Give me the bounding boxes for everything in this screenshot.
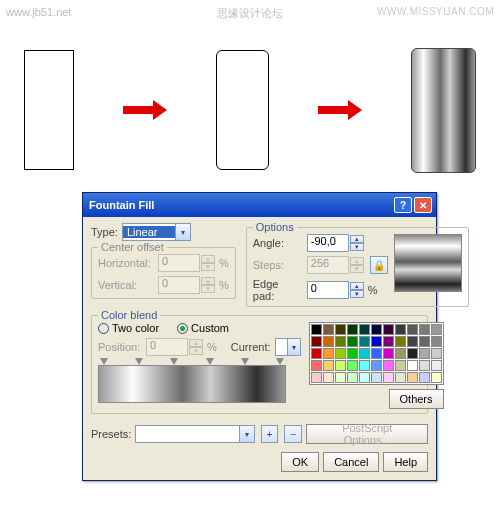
steps-label: Steps: <box>253 259 303 271</box>
gradient-stop-icon[interactable] <box>206 358 214 365</box>
palette-swatch[interactable] <box>323 348 334 359</box>
palette-swatch[interactable] <box>335 324 346 335</box>
gradient-stop-icon[interactable] <box>241 358 249 365</box>
palette-swatch[interactable] <box>347 360 358 371</box>
palette-swatch[interactable] <box>335 360 346 371</box>
gradient-stop-icon[interactable] <box>170 358 178 365</box>
palette-swatch[interactable] <box>431 336 442 347</box>
gradient-stop-icon[interactable] <box>100 358 108 365</box>
remove-preset-icon[interactable]: − <box>284 425 302 443</box>
help-titlebar-button[interactable]: ? <box>394 197 412 213</box>
palette-swatch[interactable] <box>371 360 382 371</box>
palette-swatch[interactable] <box>419 336 430 347</box>
titlebar[interactable]: Fountain Fill ? ✕ <box>83 193 436 217</box>
palette-swatch[interactable] <box>407 360 418 371</box>
add-preset-icon[interactable]: + <box>261 425 279 443</box>
palette-swatch[interactable] <box>335 348 346 359</box>
palette-swatch[interactable] <box>431 372 442 383</box>
palette-swatch[interactable] <box>323 336 334 347</box>
type-select[interactable]: Linear ▾ <box>122 223 191 241</box>
angle-input[interactable]: -90,0 <box>307 234 349 252</box>
palette-swatch[interactable] <box>323 324 334 335</box>
help-button[interactable]: Help <box>383 452 428 472</box>
palette-swatch[interactable] <box>371 348 382 359</box>
palette-swatch[interactable] <box>431 360 442 371</box>
ok-button[interactable]: OK <box>281 452 319 472</box>
rect-rounded <box>216 50 269 170</box>
palette-swatch[interactable] <box>419 324 430 335</box>
close-button[interactable]: ✕ <box>414 197 432 213</box>
gradient-editor[interactable] <box>98 358 301 403</box>
palette-swatch[interactable] <box>419 360 430 371</box>
palette-swatch[interactable] <box>383 348 394 359</box>
palette-swatch[interactable] <box>371 336 382 347</box>
palette-swatch[interactable] <box>431 348 442 359</box>
vertical-input: 0 <box>158 276 200 294</box>
gradient-bar[interactable] <box>98 365 286 403</box>
palette-swatch[interactable] <box>395 348 406 359</box>
palette-swatch[interactable] <box>311 336 322 347</box>
edgepad-input[interactable]: 0 <box>307 281 349 299</box>
palette-swatch[interactable] <box>371 372 382 383</box>
edgepad-spinner[interactable]: 0 ▲▼ <box>307 281 364 299</box>
palette-swatch[interactable] <box>359 372 370 383</box>
palette-swatch[interactable] <box>419 372 430 383</box>
arrow-icon <box>318 100 362 120</box>
palette-swatch[interactable] <box>335 372 346 383</box>
palette-swatch[interactable] <box>371 324 382 335</box>
palette-swatch[interactable] <box>347 324 358 335</box>
current-swatch[interactable]: ▾ <box>275 338 301 356</box>
two-color-radio[interactable]: Two color <box>98 322 159 334</box>
presets-label: Presets: <box>91 428 131 440</box>
palette-swatch[interactable] <box>407 372 418 383</box>
gradient-stop-icon[interactable] <box>276 358 284 365</box>
palette-swatch[interactable] <box>311 372 322 383</box>
palette-swatch[interactable] <box>383 360 394 371</box>
palette-swatch[interactable] <box>383 336 394 347</box>
presets-select[interactable]: ▾ <box>135 425 254 443</box>
palette-swatch[interactable] <box>323 360 334 371</box>
palette-swatch[interactable] <box>347 348 358 359</box>
cancel-button[interactable]: Cancel <box>323 452 379 472</box>
spin-up-icon[interactable]: ▲ <box>350 235 364 243</box>
palette-swatch[interactable] <box>347 336 358 347</box>
palette-swatch[interactable] <box>395 372 406 383</box>
spin-up-icon: ▲ <box>189 339 203 347</box>
dropdown-icon[interactable]: ▾ <box>175 224 190 240</box>
palette-swatch[interactable] <box>407 324 418 335</box>
palette-swatch[interactable] <box>383 372 394 383</box>
gradient-stop-icon[interactable] <box>135 358 143 365</box>
palette-swatch[interactable] <box>335 336 346 347</box>
palette-swatch[interactable] <box>359 336 370 347</box>
palette-swatch[interactable] <box>395 324 406 335</box>
palette-swatch[interactable] <box>359 360 370 371</box>
spin-up-icon[interactable]: ▲ <box>350 282 364 290</box>
spin-up-icon: ▲ <box>201 277 215 285</box>
palette-swatch[interactable] <box>395 360 406 371</box>
palette-swatch[interactable] <box>419 348 430 359</box>
spin-down-icon[interactable]: ▼ <box>350 290 364 298</box>
custom-radio[interactable]: Custom <box>177 322 229 334</box>
palette-swatch[interactable] <box>407 348 418 359</box>
watermark-center: 思缘设计论坛 <box>217 6 283 21</box>
palette-swatch[interactable] <box>311 360 322 371</box>
palette-swatch[interactable] <box>359 324 370 335</box>
palette-swatch[interactable] <box>347 372 358 383</box>
current-label: Current: <box>231 341 271 353</box>
palette-swatch[interactable] <box>311 348 322 359</box>
palette-swatch[interactable] <box>407 336 418 347</box>
dropdown-icon[interactable]: ▾ <box>287 339 300 355</box>
palette-swatch[interactable] <box>383 324 394 335</box>
others-button[interactable]: Others <box>389 389 444 409</box>
palette-swatch[interactable] <box>311 324 322 335</box>
palette-swatch[interactable] <box>359 348 370 359</box>
angle-spinner[interactable]: -90,0 ▲▼ <box>307 234 364 252</box>
color-palette[interactable] <box>309 322 444 385</box>
palette-swatch[interactable] <box>323 372 334 383</box>
lock-icon[interactable]: 🔒 <box>370 256 388 274</box>
spin-down-icon[interactable]: ▼ <box>350 243 364 251</box>
illustration-row <box>0 40 500 180</box>
dropdown-icon[interactable]: ▾ <box>239 426 254 442</box>
palette-swatch[interactable] <box>431 324 442 335</box>
palette-swatch[interactable] <box>395 336 406 347</box>
